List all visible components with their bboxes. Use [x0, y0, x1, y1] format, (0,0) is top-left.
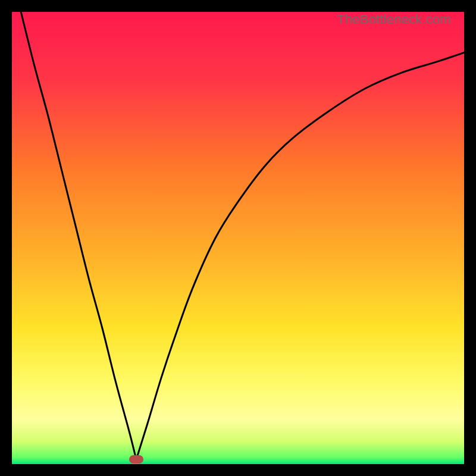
- curve-layer: [12, 12, 464, 464]
- bottleneck-curve-right: [136, 52, 464, 459]
- watermark-text: TheBottleneck.com: [337, 12, 451, 27]
- optimal-point-marker: [129, 455, 143, 464]
- chart-frame: TheBottleneck.com: [12, 12, 464, 464]
- bottleneck-curve-left: [21, 12, 136, 459]
